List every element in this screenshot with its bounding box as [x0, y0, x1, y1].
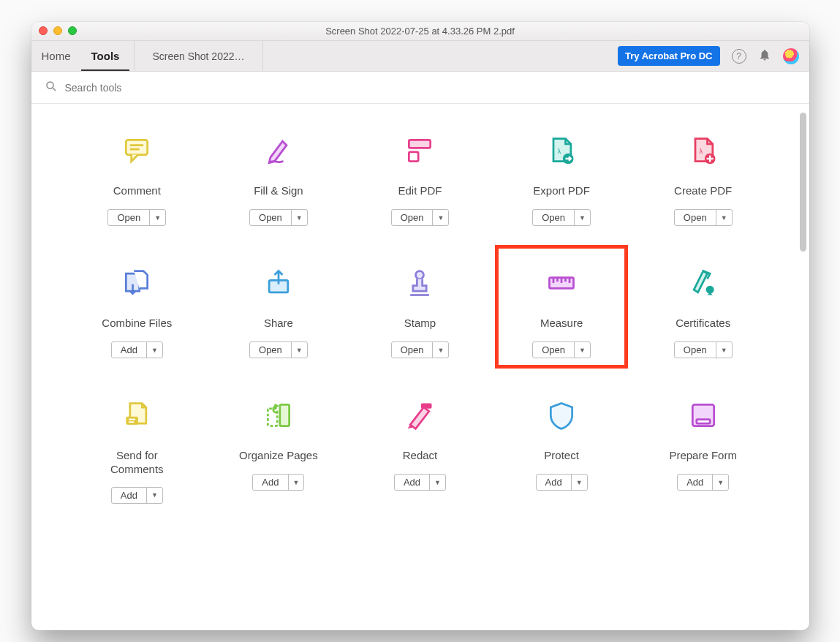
document-tab[interactable]: Screen Shot 2022… [134, 41, 262, 71]
chevron-down-icon[interactable]: ▼ [433, 342, 448, 358]
tool-button-label: Open [533, 210, 575, 225]
svg-rect-14 [550, 278, 574, 289]
tool-share-button[interactable]: Open▼ [249, 341, 308, 358]
chevron-down-icon[interactable]: ▼ [147, 488, 162, 503]
traffic-lights [39, 26, 77, 35]
tool-createpdf-button[interactable]: Open▼ [674, 209, 733, 226]
tool-editpdf-button[interactable]: Open▼ [391, 209, 450, 226]
tool-button-label: Open [250, 210, 292, 225]
tool-comment: CommentOpen▼ [67, 130, 208, 226]
svg-rect-6 [409, 152, 419, 162]
tool-prepareform-button[interactable]: Add▼ [677, 474, 729, 491]
tool-button-label: Open [533, 342, 575, 358]
tool-label: Prepare Form [669, 449, 737, 464]
tool-exportpdf: λExport PDFOpen▼ [491, 130, 632, 226]
tool-label: Export PDF [533, 184, 590, 199]
titlebar: Screen Shot 2022-07-25 at 4.33.26 PM 2.p… [31, 22, 809, 41]
tool-label: Stamp [404, 317, 436, 331]
certificates-icon [687, 263, 719, 303]
tool-button-label: Add [395, 475, 430, 490]
tool-createpdf: λCreate PDFOpen▼ [632, 130, 774, 226]
chevron-down-icon[interactable]: ▼ [575, 210, 590, 225]
tool-certificates-button[interactable]: Open▼ [674, 341, 733, 358]
tool-organize-button[interactable]: Add▼ [252, 474, 304, 491]
tool-measure-button[interactable]: Open▼ [532, 341, 591, 358]
svg-rect-25 [268, 409, 277, 426]
chevron-down-icon[interactable]: ▼ [292, 210, 307, 225]
tool-combine-button[interactable]: Add▼ [111, 341, 163, 358]
tool-fillsign-button[interactable]: Open▼ [249, 209, 308, 226]
svg-text:λ: λ [699, 148, 703, 155]
tool-exportpdf-button[interactable]: Open▼ [532, 209, 591, 226]
tool-button-label: Open [675, 210, 716, 225]
tool-redact: RedactAdd▼ [349, 395, 491, 504]
comment-icon [121, 130, 153, 171]
chevron-down-icon[interactable]: ▼ [716, 210, 732, 225]
tool-label: Create PDF [674, 184, 732, 199]
tool-fillsign: Fill & SignOpen▼ [208, 130, 349, 226]
tool-label: Organize Pages [239, 449, 318, 464]
tool-combine: Combine FilesAdd▼ [67, 263, 208, 358]
zoom-window-button[interactable] [68, 26, 77, 35]
tool-label: Share [264, 317, 293, 331]
help-icon[interactable]: ? [732, 49, 746, 64]
minimize-window-button[interactable] [53, 26, 62, 35]
tool-label: Send forComments [110, 449, 164, 477]
chevron-down-icon[interactable]: ▼ [147, 342, 162, 358]
svg-rect-5 [409, 140, 431, 148]
search-icon [45, 80, 58, 96]
tool-prepareform: Prepare FormAdd▼ [632, 395, 774, 504]
close-window-button[interactable] [39, 26, 48, 35]
tool-protect-button[interactable]: Add▼ [536, 474, 588, 491]
svg-point-0 [47, 82, 53, 88]
nav-tools[interactable]: Tools [81, 41, 130, 71]
nav-home[interactable]: Home [31, 41, 81, 71]
tool-label: Combine Files [102, 317, 172, 331]
tool-button-label: Open [392, 210, 434, 225]
tool-redact-button[interactable]: Add▼ [394, 474, 446, 491]
chevron-down-icon[interactable]: ▼ [430, 475, 445, 490]
tool-share: ShareOpen▼ [208, 263, 349, 358]
tool-label: Redact [403, 449, 438, 464]
account-avatar[interactable] [783, 48, 799, 64]
tool-sendcomment: Send forCommentsAdd▼ [67, 395, 208, 504]
search-input[interactable] [65, 82, 284, 94]
tool-sendcomment-button[interactable]: Add▼ [111, 487, 163, 504]
fillsign-icon [262, 130, 295, 171]
tool-label: Measure [540, 317, 583, 331]
try-acrobat-button[interactable]: Try Acrobat Pro DC [618, 46, 719, 66]
combine-icon [121, 263, 153, 303]
tool-organize: Organize PagesAdd▼ [208, 395, 349, 504]
tool-stamp: StampOpen▼ [349, 263, 491, 358]
window-title: Screen Shot 2022-07-25 at 4.33.26 PM 2.p… [325, 26, 515, 37]
tool-label: Edit PDF [398, 184, 442, 199]
tool-button-label: Open [108, 210, 150, 225]
editpdf-icon [404, 130, 436, 171]
chevron-down-icon[interactable]: ▼ [575, 342, 590, 358]
svg-rect-2 [126, 140, 148, 154]
chevron-down-icon[interactable]: ▼ [716, 342, 732, 358]
app-window: Screen Shot 2022-07-25 at 4.33.26 PM 2.p… [31, 22, 809, 630]
prepareform-icon [687, 395, 719, 436]
chevron-down-icon[interactable]: ▼ [289, 475, 304, 490]
notifications-icon[interactable] [758, 48, 771, 64]
protect-icon [545, 395, 578, 436]
tool-label: Protect [544, 449, 579, 464]
tool-label: Fill & Sign [254, 184, 303, 199]
tool-button-label: Add [253, 475, 288, 490]
svg-rect-24 [280, 404, 290, 426]
createpdf-icon: λ [687, 130, 719, 171]
chevron-down-icon[interactable]: ▼ [292, 342, 307, 358]
tool-comment-button[interactable]: Open▼ [107, 209, 166, 226]
chevron-down-icon[interactable]: ▼ [713, 475, 728, 490]
scrollbar-thumb[interactable] [800, 113, 806, 252]
tool-button-label: Add [112, 488, 147, 503]
tool-certificates: CertificatesOpen▼ [632, 263, 774, 358]
chevron-down-icon[interactable]: ▼ [572, 475, 587, 490]
tabbar: Home Tools Screen Shot 2022… Try Acrobat… [31, 41, 809, 72]
chevron-down-icon[interactable]: ▼ [150, 210, 165, 225]
chevron-down-icon[interactable]: ▼ [433, 210, 448, 225]
tool-measure: MeasureOpen▼ [491, 263, 632, 358]
exportpdf-icon: λ [545, 130, 578, 171]
tool-stamp-button[interactable]: Open▼ [391, 341, 450, 358]
